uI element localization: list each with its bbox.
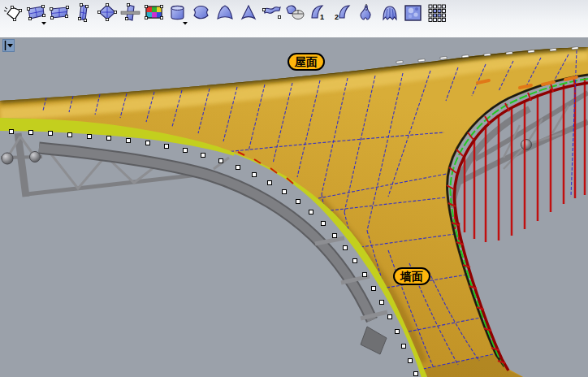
funnel-membrane-icon [356, 2, 377, 25]
toolbar-button-funnel-membrane[interactable] [355, 2, 378, 26]
toolbar-button-cone-membrane[interactable] [237, 2, 260, 26]
annotation-dropdown-icon[interactable] [2, 39, 15, 52]
toolbar-button-spatial-quad-membrane[interactable] [96, 2, 119, 26]
toolbar-button-swept-membrane[interactable] [190, 2, 213, 26]
cursor-dropdown-glyph [3, 40, 14, 51]
arc-2-number: 2 [335, 13, 339, 21]
toolbar-button-mouse-pick-membrane[interactable] [284, 2, 307, 26]
viewport-3d[interactable]: 屋面 墙面 [0, 37, 588, 377]
toolbar-button-vertical-plane-membrane[interactable] [72, 2, 95, 26]
toolbar-button-cylinder-membrane[interactable] [166, 2, 189, 26]
arc-1-number: 1 [320, 13, 324, 21]
mesh-grid-membrane-icon [426, 2, 447, 25]
vertical-plane-membrane-icon [73, 2, 94, 25]
toolbar-button-rect-membrane-3pt[interactable] [49, 2, 71, 26]
toolbar: 1 2 [0, 0, 588, 37]
toolbar-button-shaded-membrane[interactable] [402, 2, 425, 26]
toolbar-button-rect-membrane-4pt[interactable] [25, 2, 48, 26]
toolbar-button-draped-membrane[interactable] [378, 2, 401, 26]
toolbar-button-arc-membrane-1[interactable]: 1 [308, 2, 331, 26]
application-window: 1 2 [0, 0, 588, 377]
toolbar-button-render-color-membrane[interactable] [143, 2, 166, 26]
draped-membrane-icon [379, 2, 400, 25]
dome-membrane-icon [214, 2, 236, 25]
scene-canvas [0, 37, 588, 377]
toolbar-button-section-plane-membrane[interactable] [119, 2, 142, 26]
rect-membrane-4pt-icon [26, 2, 47, 25]
select-membrane-icon [2, 2, 24, 25]
cone-membrane-icon [238, 2, 259, 25]
arc-membrane-2-icon: 2 [332, 2, 353, 25]
toolbar-button-dome-membrane[interactable] [214, 2, 236, 26]
toolbar-button-ribbon-membrane[interactable] [261, 2, 283, 26]
roof-label: 屋面 [288, 53, 325, 71]
render-color-membrane-icon [144, 2, 165, 25]
arc-membrane-1-icon: 1 [309, 2, 330, 25]
wall-label: 墙面 [393, 267, 430, 285]
toolbar-button-mesh-grid-membrane[interactable] [426, 2, 448, 26]
toolbar-button-arc-membrane-2[interactable]: 2 [331, 2, 354, 26]
mouse-pick-membrane-icon [285, 2, 306, 25]
shaded-membrane-icon [403, 2, 424, 25]
ribbon-membrane-icon [262, 2, 283, 25]
spatial-quad-membrane-icon [97, 2, 118, 25]
toolbar-button-select-membrane[interactable] [2, 2, 24, 26]
rect-membrane-3pt-icon [50, 2, 71, 25]
swept-membrane-icon [191, 2, 212, 25]
section-plane-membrane-icon [120, 2, 141, 25]
cylinder-membrane-icon [167, 2, 188, 25]
mullion-foot [361, 327, 387, 354]
